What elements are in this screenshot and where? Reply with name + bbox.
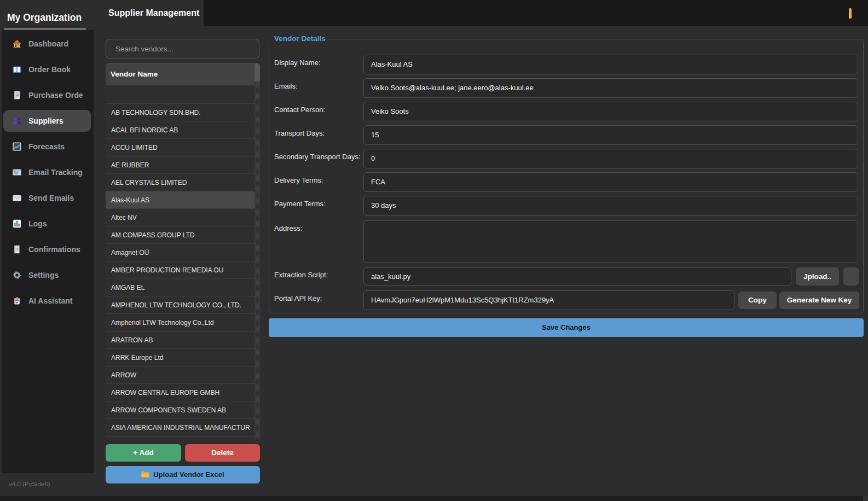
svg-text:@: @ — [14, 171, 18, 174]
